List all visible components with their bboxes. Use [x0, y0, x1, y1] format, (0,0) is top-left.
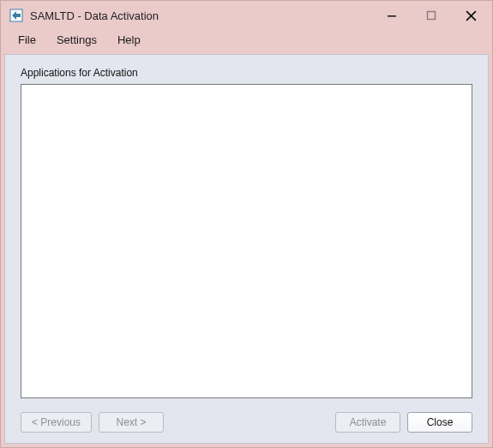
activate-button[interactable]: Activate [335, 412, 400, 433]
client-area: Applications for Activation < Previous N… [4, 54, 489, 444]
maximize-icon [426, 10, 436, 21]
close-button[interactable]: Close [407, 412, 472, 433]
close-icon [466, 10, 477, 21]
menu-bar: File Settings Help [1, 30, 492, 51]
window-controls [372, 1, 490, 30]
applications-label: Applications for Activation [21, 67, 472, 79]
minimize-button[interactable] [372, 1, 412, 30]
app-icon [9, 9, 23, 22]
close-window-button[interactable] [451, 1, 490, 30]
menu-help[interactable]: Help [107, 31, 151, 49]
button-row: < Previous Next > Activate Close [21, 412, 472, 433]
applications-listbox[interactable] [21, 84, 472, 398]
title-bar[interactable]: SAMLTD - Data Activation [1, 1, 492, 30]
maximize-button[interactable] [412, 1, 451, 30]
minimize-icon [387, 10, 397, 21]
svg-rect-1 [388, 15, 396, 17]
menu-settings[interactable]: Settings [46, 31, 107, 49]
svg-rect-2 [428, 12, 436, 20]
window-title: SAMLTD - Data Activation [30, 9, 159, 22]
next-button[interactable]: Next > [99, 412, 164, 433]
previous-button[interactable]: < Previous [21, 412, 92, 433]
menu-file[interactable]: File [8, 31, 46, 49]
window-frame: SAMLTD - Data Activation File [0, 0, 493, 448]
